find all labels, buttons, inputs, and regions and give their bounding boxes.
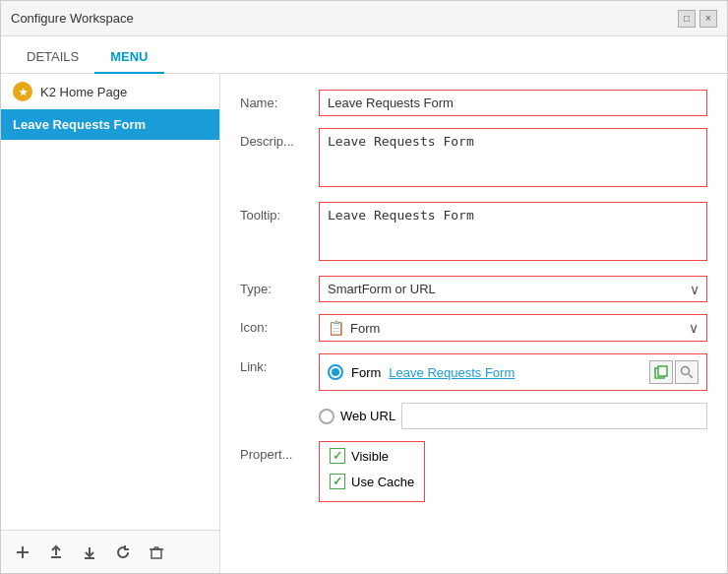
tooltip-control: Leave Requests Form — [319, 202, 707, 264]
properties-row: Propert... ✓ Visible ✓ — [240, 441, 707, 502]
trash-icon — [149, 544, 164, 560]
link-copy-button[interactable] — [649, 360, 673, 384]
link-inner: Form Leave Requests Form — [328, 360, 698, 384]
use-cache-option: ✓ Use Cache — [330, 474, 414, 489]
icon-select[interactable]: Form — [350, 321, 683, 336]
checkboxes-wrapper: ✓ Visible ✓ Use Cache — [319, 441, 425, 502]
name-input[interactable] — [319, 90, 707, 116]
sidebar-items: ★ K2 Home Page Leave Requests Form — [1, 74, 219, 530]
name-control — [319, 90, 707, 116]
refresh-button[interactable] — [111, 541, 135, 564]
k2-icon: ★ — [13, 82, 32, 101]
link-container: Form Leave Requests Form — [319, 353, 707, 391]
minimize-button[interactable]: □ — [678, 10, 696, 28]
refresh-icon — [115, 544, 131, 560]
title-bar: Configure Workspace □ × — [1, 1, 727, 36]
upload-icon — [48, 544, 64, 560]
description-row: Descrip... Leave Requests Form — [240, 128, 707, 190]
copy-icon — [654, 365, 668, 379]
sidebar-item-k2-label: K2 Home Page — [40, 85, 127, 99]
sidebar-item-leave-requests[interactable]: Leave Requests Form — [1, 109, 219, 140]
window-title: Configure Workspace — [11, 11, 134, 26]
tab-details[interactable]: DETAILS — [11, 41, 94, 74]
link-search-button[interactable] — [675, 360, 698, 384]
link-control: Form Leave Requests Form — [319, 353, 707, 391]
form-panel: Name: Descrip... Leave Requests Form Too… — [220, 74, 727, 573]
upload-button[interactable] — [44, 541, 68, 564]
link-row: Link: Form Leave Requests Form — [240, 353, 707, 391]
form-radio-label: Form — [351, 365, 381, 380]
svg-point-11 — [682, 367, 690, 375]
properties-control: ✓ Visible ✓ Use Cache — [319, 441, 707, 502]
svg-rect-4 — [152, 549, 161, 558]
svg-rect-10 — [658, 366, 667, 376]
visible-checkmark: ✓ — [333, 449, 342, 463]
description-label: Descrip... — [240, 128, 319, 149]
title-bar-controls: □ × — [678, 10, 717, 28]
link-label: Link: — [240, 353, 319, 374]
web-url-radio[interactable] — [319, 409, 334, 424]
plus-icon — [15, 544, 30, 560]
tooltip-input[interactable]: Leave Requests Form — [319, 202, 707, 261]
tab-menu[interactable]: MENU — [94, 41, 163, 74]
close-button[interactable]: × — [699, 10, 717, 28]
visible-option: ✓ Visible — [330, 448, 414, 464]
type-select[interactable]: SmartForm or URL Custom URL Category — [319, 276, 707, 302]
icon-control: 📋 Form ∨ — [319, 314, 707, 342]
icon-dropdown-arrow: ∨ — [689, 320, 698, 336]
download-button[interactable] — [78, 541, 101, 564]
sidebar-item-k2-home[interactable]: ★ K2 Home Page — [1, 74, 219, 109]
form-icon: 📋 — [328, 320, 344, 336]
configure-workspace-window: Configure Workspace □ × DETAILS MENU ★ K… — [0, 0, 728, 574]
description-input[interactable]: Leave Requests Form — [319, 128, 707, 187]
sidebar: ★ K2 Home Page Leave Requests Form — [1, 74, 220, 573]
visible-label: Visible — [351, 449, 389, 464]
form-radio[interactable] — [328, 364, 343, 380]
svg-line-12 — [689, 374, 693, 378]
icon-row: Icon: 📋 Form ∨ — [240, 314, 707, 342]
download-icon — [82, 544, 97, 560]
web-url-label: Web URL — [340, 409, 395, 423]
sidebar-footer — [1, 530, 219, 573]
web-url-input[interactable] — [401, 403, 707, 429]
properties-label: Propert... — [240, 441, 319, 462]
name-label: Name: — [240, 90, 319, 110]
search-icon — [680, 365, 694, 379]
sidebar-item-leave-label: Leave Requests Form — [13, 117, 146, 132]
description-control: Leave Requests Form — [319, 128, 707, 190]
use-cache-checkmark: ✓ — [333, 475, 342, 488]
use-cache-checkbox[interactable]: ✓ — [330, 474, 345, 489]
type-row: Type: SmartForm or URL Custom URL Catego… — [240, 276, 707, 302]
form-link-value[interactable]: Leave Requests Form — [389, 365, 641, 380]
name-row: Name: — [240, 90, 707, 116]
tooltip-label: Tooltip: — [240, 202, 319, 223]
link-actions — [649, 360, 698, 384]
tab-bar: DETAILS MENU — [1, 36, 727, 74]
web-url-row: Web URL — [319, 403, 707, 429]
use-cache-label: Use Cache — [351, 475, 414, 489]
type-label: Type: — [240, 276, 319, 296]
tooltip-row: Tooltip: Leave Requests Form — [240, 202, 707, 264]
icon-label: Icon: — [240, 314, 319, 335]
add-button[interactable] — [11, 541, 34, 564]
type-control: SmartForm or URL Custom URL Category — [319, 276, 707, 302]
delete-button[interactable] — [145, 541, 168, 564]
visible-checkbox[interactable]: ✓ — [330, 448, 345, 464]
content-area: ★ K2 Home Page Leave Requests Form — [1, 74, 727, 573]
